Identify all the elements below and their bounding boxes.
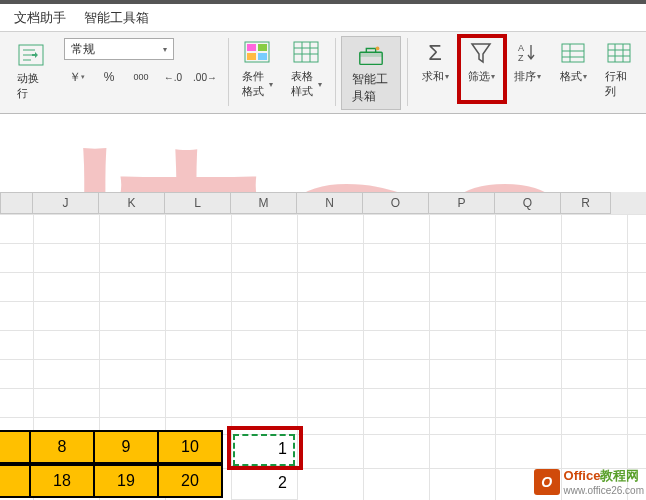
logo-icon: O <box>534 469 560 495</box>
colhead-Q[interactable]: Q <box>495 192 561 214</box>
colhead-partial[interactable] <box>0 192 33 214</box>
conditional-format-button[interactable]: 条件格式▾ <box>235 36 280 102</box>
ribbon: 动换行 常规 ▾ ￥▾ % 000 ←.0 .00→ 条件格式▾ 表格样式▾ <box>0 32 646 114</box>
chevron-down-icon: ▾ <box>163 45 167 54</box>
cond-format-icon <box>243 39 271 67</box>
table-style-icon <box>292 39 320 67</box>
sort-icon: AZ <box>513 39 541 67</box>
sigma-icon: Σ <box>421 39 449 67</box>
wrap-icon <box>17 41 45 69</box>
svg-rect-12 <box>360 52 382 57</box>
smart-toolbox-button[interactable]: 智能工具箱 <box>341 36 401 110</box>
number-format-group: 常规 ▾ ￥▾ % 000 ←.0 .00→ <box>60 36 222 90</box>
divider <box>228 38 229 106</box>
data-cell[interactable]: 8 <box>29 430 95 464</box>
site-logo: O Office教程网 www.office26.com <box>534 467 644 496</box>
comma-style-button[interactable]: 000 <box>128 66 154 88</box>
wrap-group: 动换行 <box>6 36 56 106</box>
toolbox-icon <box>357 41 385 69</box>
data-cell[interactable] <box>0 430 31 464</box>
data-cell[interactable]: 18 <box>29 464 95 498</box>
filter-button[interactable]: 筛选▾ <box>460 36 502 87</box>
svg-text:A: A <box>518 43 524 53</box>
ribbon-tabs: 文档助手 智能工具箱 <box>0 4 646 32</box>
rows-cols-icon <box>605 39 633 67</box>
extra-column: 1 2 <box>231 432 297 500</box>
divider <box>335 38 336 106</box>
svg-point-13 <box>376 47 380 51</box>
currency-button[interactable]: ￥▾ <box>64 66 90 88</box>
format-button[interactable]: 格式▾ <box>552 36 594 87</box>
tab-smart-toolbox[interactable]: 智能工具箱 <box>84 9 149 27</box>
colhead-N[interactable]: N <box>297 192 363 214</box>
auto-wrap-button[interactable]: 动换行 <box>10 38 52 104</box>
cell[interactable]: 1 <box>231 432 297 466</box>
svg-rect-6 <box>294 42 318 62</box>
svg-rect-2 <box>247 44 256 51</box>
colhead-L[interactable]: L <box>165 192 231 214</box>
svg-rect-4 <box>247 53 256 60</box>
table-style-button[interactable]: 表格样式▾ <box>284 36 329 102</box>
svg-rect-20 <box>608 44 630 62</box>
rows-cols-button[interactable]: 行和列 <box>598 36 640 102</box>
svg-text:Z: Z <box>518 53 524 63</box>
cell[interactable]: 2 <box>231 466 297 500</box>
colhead-M[interactable]: M <box>231 192 297 214</box>
divider <box>407 38 408 106</box>
data-cell[interactable]: 10 <box>157 430 223 464</box>
number-format-select[interactable]: 常规 ▾ <box>64 38 174 60</box>
data-cell[interactable] <box>0 464 31 498</box>
sum-button[interactable]: Σ 求和▾ <box>414 36 456 87</box>
svg-rect-5 <box>258 53 267 60</box>
spreadsheet-grid[interactable]: 8 9 10 18 19 20 1 2 <box>0 214 646 500</box>
colhead-P[interactable]: P <box>429 192 495 214</box>
increase-decimal-button[interactable]: .00→ <box>192 66 218 88</box>
svg-rect-16 <box>562 44 584 62</box>
colhead-K[interactable]: K <box>99 192 165 214</box>
colhead-R[interactable]: R <box>561 192 611 214</box>
tab-doc-helper[interactable]: 文档助手 <box>14 9 66 27</box>
percent-button[interactable]: % <box>96 66 122 88</box>
sort-button[interactable]: AZ 排序▾ <box>506 36 548 87</box>
data-cell[interactable]: 19 <box>93 464 159 498</box>
colhead-O[interactable]: O <box>363 192 429 214</box>
colhead-J[interactable]: J <box>33 192 99 214</box>
decrease-decimal-button[interactable]: ←.0 <box>160 66 186 88</box>
funnel-icon <box>467 39 495 67</box>
format-icon <box>559 39 587 67</box>
column-headers: J K L M N O P Q R <box>0 192 646 214</box>
data-cell[interactable]: 9 <box>93 430 159 464</box>
svg-rect-3 <box>258 44 267 51</box>
data-cell[interactable]: 20 <box>157 464 223 498</box>
